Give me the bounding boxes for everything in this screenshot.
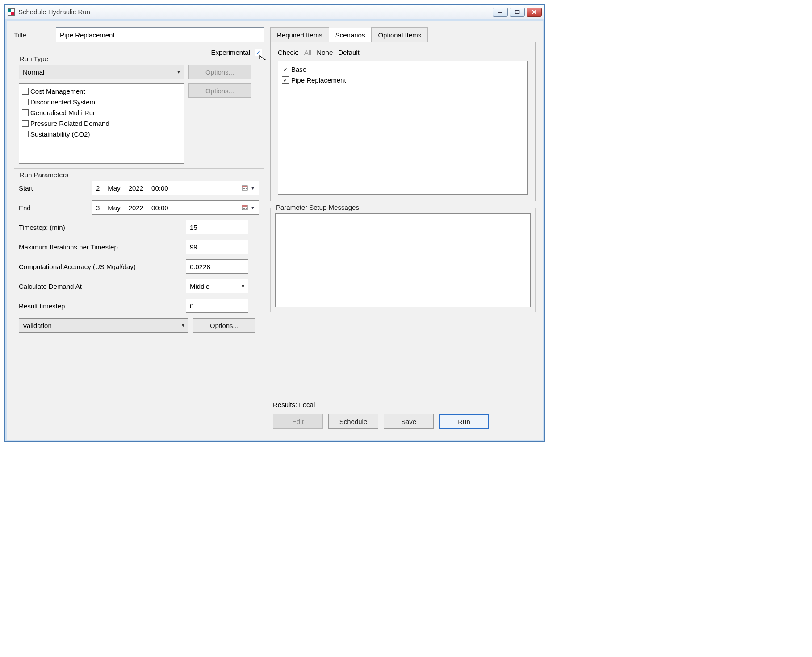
validation-options-button[interactable]: Options... bbox=[193, 318, 255, 333]
maxiter-label: Maximum Iterations per Timestep bbox=[19, 243, 180, 251]
checkbox-icon[interactable] bbox=[22, 120, 29, 127]
list-item[interactable]: Generalised Multi Run bbox=[22, 107, 181, 118]
checkbox-icon[interactable] bbox=[22, 131, 29, 137]
validation-select[interactable]: Validation ▾ bbox=[19, 318, 188, 333]
save-button[interactable]: Save bbox=[384, 414, 434, 429]
accuracy-label: Computational Accuracy (US Mgal/day) bbox=[19, 263, 180, 270]
runtype-options-button-1[interactable]: Options... bbox=[188, 65, 251, 79]
svg-point-11 bbox=[246, 208, 247, 209]
check-all-link[interactable]: All bbox=[304, 49, 312, 56]
schedule-button[interactable]: Schedule bbox=[328, 414, 378, 429]
window-title: Schedule Hydraulic Run bbox=[18, 8, 90, 16]
scenario-list[interactable]: Base Pipe Replacement bbox=[278, 61, 528, 195]
svg-point-4 bbox=[243, 188, 244, 189]
accuracy-input[interactable] bbox=[186, 259, 248, 274]
checkbox-icon[interactable] bbox=[22, 109, 29, 116]
tabs: Required Items Scenarios Optional Items bbox=[270, 27, 536, 42]
check-default-link[interactable]: Default bbox=[338, 49, 360, 56]
tab-scenarios[interactable]: Scenarios bbox=[329, 28, 372, 42]
list-item[interactable]: Disconnected System bbox=[22, 96, 181, 107]
runtype-options-button-2[interactable]: Options... bbox=[188, 83, 251, 98]
start-label: Start bbox=[19, 184, 86, 192]
run-type-group: Run Type Normal ▾ Options... Cost Manage… bbox=[14, 59, 264, 169]
window-frame: Schedule Hydraulic Run Title Ex bbox=[4, 4, 545, 442]
end-date-picker[interactable]: 3 May 2022 00:00 ▼ bbox=[92, 200, 259, 215]
list-item[interactable]: Pressure Related Demand bbox=[22, 118, 181, 129]
scenario-checkbox[interactable] bbox=[282, 76, 289, 84]
svg-rect-3 bbox=[242, 186, 247, 187]
timestep-input[interactable] bbox=[186, 220, 248, 234]
timestep-label: Timestep: (min) bbox=[19, 224, 180, 231]
messages-box[interactable] bbox=[275, 213, 531, 307]
scenario-item[interactable]: Pipe Replacement bbox=[282, 75, 524, 85]
list-item[interactable]: Sustainability (CO2) bbox=[22, 129, 181, 139]
list-item[interactable]: Cost Management bbox=[22, 86, 181, 96]
run-button[interactable]: Run bbox=[439, 414, 489, 429]
svg-point-9 bbox=[243, 208, 244, 209]
tab-optional-items[interactable]: Optional Items bbox=[371, 27, 428, 42]
close-button[interactable] bbox=[527, 8, 542, 17]
svg-rect-1 bbox=[515, 10, 519, 13]
run-type-value: Normal bbox=[23, 68, 44, 76]
demand-select[interactable]: Middle ▾ bbox=[186, 279, 248, 293]
result-timestep-input[interactable] bbox=[186, 299, 248, 313]
demand-label: Calculate Demand At bbox=[19, 283, 180, 290]
experimental-label: Experimental bbox=[211, 49, 250, 56]
results-label: Results: Local bbox=[273, 401, 533, 408]
scenario-checkbox[interactable] bbox=[282, 66, 289, 73]
maximize-button[interactable] bbox=[510, 8, 525, 17]
titlebar: Schedule Hydraulic Run bbox=[5, 5, 544, 19]
chevron-down-icon: ▾ bbox=[182, 322, 184, 328]
minimize-button[interactable] bbox=[493, 8, 508, 17]
end-label: End bbox=[19, 204, 86, 212]
title-label: Title bbox=[14, 31, 50, 39]
run-parameters-group: Run Parameters Start 2 May 2022 00:00 bbox=[14, 175, 264, 337]
run-type-legend: Run Type bbox=[18, 55, 50, 62]
app-icon bbox=[8, 8, 15, 16]
svg-point-5 bbox=[244, 188, 245, 189]
svg-rect-8 bbox=[242, 205, 247, 207]
maxiter-input[interactable] bbox=[186, 240, 248, 254]
edit-button[interactable]: Edit bbox=[273, 414, 323, 429]
calendar-dropdown-icon[interactable]: ▼ bbox=[242, 204, 255, 211]
chevron-down-icon: ▾ bbox=[177, 69, 180, 75]
tab-required-items[interactable]: Required Items bbox=[270, 27, 329, 42]
parameter-messages-legend: Parameter Setup Messages bbox=[274, 204, 361, 211]
title-input[interactable] bbox=[56, 27, 264, 42]
calendar-dropdown-icon[interactable]: ▼ bbox=[242, 185, 255, 191]
check-label: Check: bbox=[278, 49, 299, 56]
result-timestep-label: Result timestep bbox=[19, 302, 180, 310]
scenarios-panel: Check: All None Default Base Pipe Replac… bbox=[270, 42, 536, 201]
scenario-item[interactable]: Base bbox=[282, 64, 524, 75]
run-type-select[interactable]: Normal ▾ bbox=[19, 65, 184, 79]
footer: Results: Local Edit Schedule Save Run bbox=[270, 396, 536, 433]
run-type-listbox[interactable]: Cost Management Disconnected System Gene… bbox=[19, 83, 184, 164]
start-date-picker[interactable]: 2 May 2022 00:00 ▼ bbox=[92, 181, 259, 195]
svg-point-6 bbox=[246, 188, 247, 189]
checkbox-icon[interactable] bbox=[22, 88, 29, 95]
check-none-link[interactable]: None bbox=[317, 49, 333, 56]
parameter-messages-group: Parameter Setup Messages bbox=[270, 208, 536, 312]
svg-point-10 bbox=[244, 208, 245, 209]
checkbox-icon[interactable] bbox=[22, 99, 29, 105]
chevron-down-icon: ▾ bbox=[242, 283, 244, 289]
run-parameters-legend: Run Parameters bbox=[18, 171, 70, 179]
